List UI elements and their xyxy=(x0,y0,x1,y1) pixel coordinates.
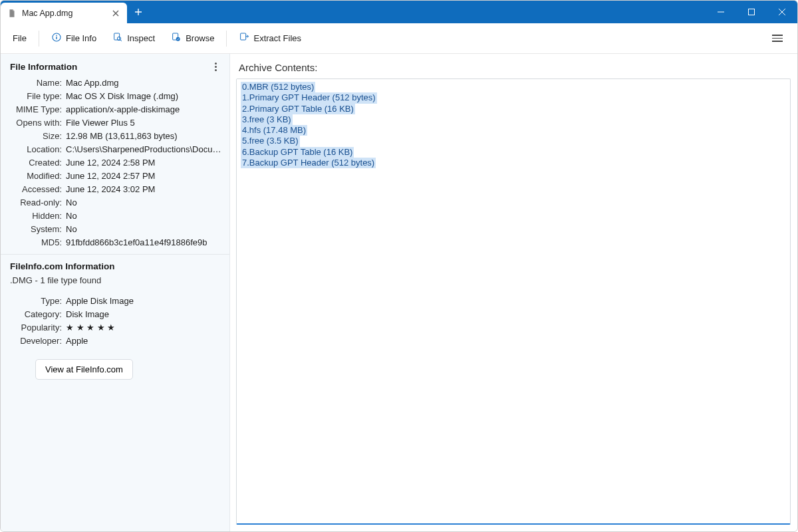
minimize-button[interactable] xyxy=(706,1,736,23)
new-tab-button[interactable] xyxy=(127,1,150,23)
extract-label: Extract Files xyxy=(253,33,301,43)
info-icon xyxy=(51,32,62,45)
extract-files-button[interactable]: Extract Files xyxy=(232,28,308,49)
archive-line[interactable]: 1.Primary GPT Header (512 bytes) xyxy=(241,92,377,103)
label-name: Name: xyxy=(2,78,62,88)
menu-file-label: File xyxy=(13,33,27,43)
content-area: File Information Name: Mac App.dmg File … xyxy=(1,54,797,531)
archive-line[interactable]: 5.free (3.5 KB) xyxy=(241,136,300,146)
label-type: Type: xyxy=(2,296,62,306)
archive-line[interactable]: 4.hfs (17.48 MB) xyxy=(241,125,307,136)
value-created: June 12, 2024 2:58 PM xyxy=(66,158,221,168)
value-name: Mac App.dmg xyxy=(66,78,221,88)
value-md5: 91fbfdd866b3c1ef0a11e4f91886fe9b xyxy=(66,237,221,247)
label-hidden: Hidden: xyxy=(2,211,62,221)
extract-icon xyxy=(239,32,249,45)
archive-line[interactable]: 3.free (3 KB) xyxy=(241,114,293,125)
label-category: Category: xyxy=(2,309,62,319)
browse-label: Browse xyxy=(186,33,214,43)
archive-contents-header: Archive Contents: xyxy=(236,58,791,78)
label-modified: Modified: xyxy=(2,171,62,181)
file-information-grid: Name: Mac App.dmg File type: Mac OS X Di… xyxy=(1,76,229,254)
label-md5: MD5: xyxy=(2,237,62,247)
label-created: Created: xyxy=(2,158,62,168)
value-location: C:\Users\SharpenedProductions\Documents\… xyxy=(66,144,221,154)
main-panel: Archive Contents: 0.MBR (512 bytes) 1.Pr… xyxy=(233,54,797,531)
fileinfocom-grid: Type: Apple Disk Image Category: Disk Im… xyxy=(1,292,229,352)
inspect-label: Inspect xyxy=(127,33,155,43)
svg-rect-0 xyxy=(749,9,755,15)
svg-rect-3 xyxy=(56,37,57,39)
archive-line[interactable]: 6.Backup GPT Table (16 KB) xyxy=(241,147,354,158)
fileinfocom-subtitle: .DMG - 1 file type found xyxy=(1,275,229,292)
titlebar: Mac App.dmg xyxy=(1,1,797,23)
label-readonly: Read-only: xyxy=(2,198,62,207)
app-window: Mac App.dmg File xyxy=(0,0,798,532)
menu-button[interactable] xyxy=(765,27,789,51)
toolbar-separator xyxy=(39,31,39,47)
file-info-button[interactable]: File Info xyxy=(45,28,103,49)
maximize-button[interactable] xyxy=(736,1,767,23)
label-opens: Opens with: xyxy=(2,118,62,128)
value-category: Disk Image xyxy=(66,309,221,319)
value-mime: application/x-apple-diskimage xyxy=(66,104,221,114)
value-size: 12.98 MB (13,611,863 bytes) xyxy=(66,131,221,141)
hamburger-icon xyxy=(772,34,783,43)
label-developer: Developer: xyxy=(2,336,62,346)
inspect-icon xyxy=(112,32,123,45)
tab-active[interactable]: Mac App.dmg xyxy=(1,3,127,23)
file-info-label: File Info xyxy=(66,33,96,43)
tab-title: Mac App.dmg xyxy=(22,9,104,18)
label-popularity: Popularity: xyxy=(2,323,62,332)
value-type: Apple Disk Image xyxy=(66,296,221,306)
value-readonly: No xyxy=(66,198,221,207)
archive-contents-box[interactable]: 0.MBR (512 bytes) 1.Primary GPT Header (… xyxy=(236,78,791,525)
archive-line[interactable]: 2.Primary GPT Table (16 KB) xyxy=(241,104,355,114)
browse-button[interactable]: Browse xyxy=(164,28,221,49)
window-controls xyxy=(706,1,797,23)
value-popularity: ★ ★ ★ ★ ★ xyxy=(66,323,221,332)
value-modified: June 12, 2024 2:57 PM xyxy=(66,171,221,181)
tab-close-button[interactable] xyxy=(110,7,122,19)
label-size: Size: xyxy=(2,131,62,141)
archive-line[interactable]: 7.Backup GPT Header (512 bytes) xyxy=(241,158,376,168)
label-accessed: Accessed: xyxy=(2,184,62,194)
file-information-header: File Information xyxy=(10,62,77,72)
view-at-fileinfo-button[interactable]: View at FileInfo.com xyxy=(35,359,133,380)
svg-point-2 xyxy=(56,35,57,37)
svg-rect-8 xyxy=(241,33,246,40)
label-system: System: xyxy=(2,224,62,234)
sidebar: File Information Name: Mac App.dmg File … xyxy=(1,54,230,531)
value-developer: Apple xyxy=(66,336,221,346)
label-mime: MIME Type: xyxy=(2,104,62,114)
menu-file[interactable]: File xyxy=(6,29,33,47)
label-location: Location: xyxy=(2,144,62,154)
toolbar: File File Info Inspect Browse Extr xyxy=(1,23,797,54)
archive-line[interactable]: 0.MBR (512 bytes) xyxy=(241,82,315,92)
toolbar-separator xyxy=(226,31,227,47)
value-filetype: Mac OS X Disk Image (.dmg) xyxy=(66,91,221,101)
value-opens: File Viewer Plus 5 xyxy=(66,118,221,128)
value-hidden: No xyxy=(66,211,221,221)
close-button[interactable] xyxy=(767,1,797,23)
value-accessed: June 12, 2024 3:02 PM xyxy=(66,184,221,194)
file-icon xyxy=(7,9,17,18)
fileinfocom-header: FileInfo.com Information xyxy=(10,261,220,271)
inspect-button[interactable]: Inspect xyxy=(106,28,162,49)
browse-icon xyxy=(171,32,182,45)
value-system: No xyxy=(66,224,221,234)
panel-options-button[interactable] xyxy=(208,59,223,74)
label-filetype: File type: xyxy=(2,91,62,101)
